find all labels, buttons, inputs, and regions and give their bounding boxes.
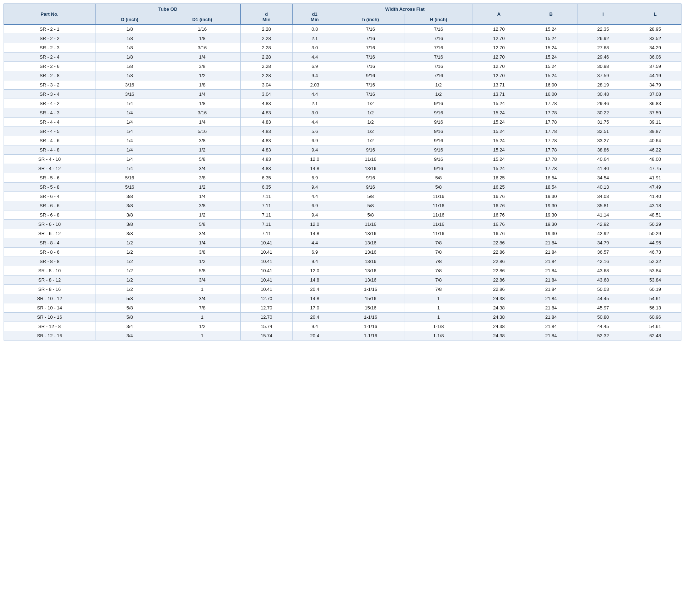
cell-l: 60.19 (629, 285, 681, 294)
cell-a: 22.86 (473, 248, 525, 257)
cell-b: 21.84 (525, 285, 577, 294)
cell-d_min: 7.11 (240, 192, 292, 201)
cell-d_min: 6.35 (240, 183, 292, 192)
cell-d1_inch: 1 (164, 285, 241, 294)
cell-d1_min: 2.1 (292, 34, 337, 43)
cell-part_no: SR - 2 - 4 (4, 53, 95, 62)
cell-h_cap_inch: 7/8 (404, 257, 473, 266)
cell-d_inch: 3/8 (95, 192, 164, 201)
cell-l: 44.95 (629, 238, 681, 248)
table-row: SR - 3 - 23/161/83.042.037/161/213.7116.… (4, 80, 681, 90)
cell-i: 34.54 (577, 173, 629, 183)
cell-b: 17.78 (525, 145, 577, 155)
cell-a: 15.24 (473, 136, 525, 145)
cell-d1_min: 2.03 (292, 80, 337, 90)
cell-d_min: 4.83 (240, 118, 292, 127)
table-row: SR - 6 - 63/83/87.116.95/811/1616.7619.3… (4, 201, 681, 210)
cell-d_inch: 1/8 (95, 71, 164, 80)
cell-d1_inch: 1/2 (164, 145, 241, 155)
cell-i: 50.80 (577, 313, 629, 322)
cell-d_inch: 1/4 (95, 108, 164, 118)
cell-d1_inch: 1/4 (164, 53, 241, 62)
cell-i: 32.51 (577, 127, 629, 136)
cell-d1_min: 3.0 (292, 43, 337, 53)
cell-l: 28.95 (629, 25, 681, 34)
cell-h_inch: 13/16 (337, 164, 404, 173)
cell-d_inch: 5/16 (95, 183, 164, 192)
cell-i: 37.59 (577, 71, 629, 80)
cell-l: 40.64 (629, 136, 681, 145)
table-row: SR - 4 - 101/45/84.8312.011/169/1615.241… (4, 155, 681, 164)
cell-b: 17.78 (525, 118, 577, 127)
cell-b: 21.84 (525, 303, 577, 313)
cell-d1_min: 6.9 (292, 201, 337, 210)
cell-b: 17.78 (525, 136, 577, 145)
col-header-h-cap-inch: H (inch) (404, 14, 473, 25)
cell-d1_inch: 3/4 (164, 294, 241, 303)
cell-i: 40.64 (577, 155, 629, 164)
cell-b: 15.24 (525, 25, 577, 34)
cell-i: 36.57 (577, 248, 629, 257)
table-row: SR - 4 - 81/41/24.839.49/169/1615.2417.7… (4, 145, 681, 155)
cell-i: 31.75 (577, 118, 629, 127)
cell-h_inch: 9/16 (337, 71, 404, 80)
cell-l: 39.11 (629, 118, 681, 127)
cell-a: 24.38 (473, 331, 525, 341)
cell-h_cap_inch: 9/16 (404, 127, 473, 136)
cell-h_inch: 15/16 (337, 294, 404, 303)
cell-a: 24.38 (473, 294, 525, 303)
cell-d1_min: 14.8 (292, 275, 337, 285)
cell-l: 54.61 (629, 294, 681, 303)
table-row: SR - 12 - 83/41/215.749.41-1/161-1/824.3… (4, 322, 681, 331)
cell-b: 15.24 (525, 53, 577, 62)
cell-l: 50.29 (629, 229, 681, 238)
cell-d_min: 3.04 (240, 90, 292, 99)
cell-l: 52.32 (629, 257, 681, 266)
cell-h_inch: 1-1/16 (337, 285, 404, 294)
cell-l: 62.48 (629, 331, 681, 341)
cell-d1_min: 2.1 (292, 99, 337, 108)
table-row: SR - 12 - 163/4115.7420.41-1/161-1/824.3… (4, 331, 681, 341)
cell-d_inch: 1/8 (95, 53, 164, 62)
cell-b: 15.24 (525, 71, 577, 80)
cell-d_inch: 1/4 (95, 155, 164, 164)
cell-l: 54.61 (629, 322, 681, 331)
cell-i: 22.35 (577, 25, 629, 34)
cell-h_inch: 1/2 (337, 118, 404, 127)
cell-h_cap_inch: 7/8 (404, 238, 473, 248)
col-header-width-across-flat: Width Across Flat (337, 4, 473, 14)
cell-h_cap_inch: 11/16 (404, 220, 473, 229)
cell-d_min: 6.35 (240, 173, 292, 183)
cell-i: 27.68 (577, 43, 629, 53)
cell-d1_inch: 1/2 (164, 71, 241, 80)
cell-h_cap_inch: 9/16 (404, 136, 473, 145)
cell-i: 26.92 (577, 34, 629, 43)
cell-i: 42.92 (577, 229, 629, 238)
cell-d1_inch: 7/8 (164, 303, 241, 313)
cell-a: 15.24 (473, 108, 525, 118)
cell-part_no: SR - 6 - 8 (4, 210, 95, 220)
cell-d_inch: 1/2 (95, 275, 164, 285)
cell-i: 30.98 (577, 62, 629, 71)
cell-part_no: SR - 6 - 6 (4, 201, 95, 210)
table-row: SR - 2 - 61/83/82.286.97/167/1612.7015.2… (4, 62, 681, 71)
cell-d_inch: 5/8 (95, 313, 164, 322)
cell-h_cap_inch: 7/16 (404, 53, 473, 62)
cell-d1_min: 0.8 (292, 25, 337, 34)
col-header-d1-min: d1 Min (292, 4, 337, 25)
d1-min-label: d1 Min (311, 11, 319, 22)
cell-a: 13.71 (473, 90, 525, 99)
table-row: SR - 6 - 123/83/47.1114.813/1611/1616.76… (4, 229, 681, 238)
cell-d_inch: 1/8 (95, 34, 164, 43)
cell-d_min: 12.70 (240, 303, 292, 313)
cell-d_inch: 1/2 (95, 285, 164, 294)
cell-a: 16.76 (473, 192, 525, 201)
cell-i: 50.03 (577, 285, 629, 294)
col-header-l: L (629, 4, 681, 25)
cell-d1_min: 9.4 (292, 257, 337, 266)
cell-l: 41.91 (629, 173, 681, 183)
cell-h_inch: 11/16 (337, 220, 404, 229)
table-row: SR - 8 - 101/25/810.4112.013/167/822.862… (4, 266, 681, 275)
cell-part_no: SR - 2 - 1 (4, 25, 95, 34)
cell-d_min: 2.28 (240, 43, 292, 53)
